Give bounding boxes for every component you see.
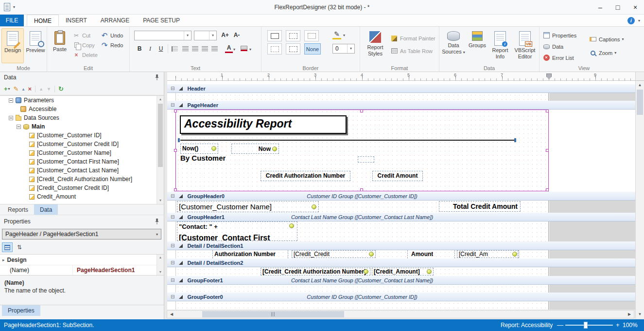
pin-icon[interactable] <box>154 218 160 225</box>
collapse-icon[interactable] <box>9 116 13 120</box>
grow-font-button[interactable]: A+ <box>220 31 230 39</box>
groupfooter1-section-content[interactable] <box>167 285 635 293</box>
chevron-down-icon[interactable]: ▾ <box>638 18 640 23</box>
vertical-scrollbar[interactable]: ▲ ▼ <box>635 81 644 318</box>
zoom-slider-thumb[interactable] <box>584 322 588 329</box>
vbscript-editor-button[interactable]: VB VBScript Editor <box>512 28 538 63</box>
section-select-icon[interactable] <box>179 87 183 91</box>
move-up-button[interactable]: ▲ <box>39 87 43 92</box>
move-down-button[interactable]: ▼ <box>47 87 51 92</box>
delete-button[interactable]: ×Delete <box>72 50 98 59</box>
italic-button[interactable]: I <box>145 44 155 53</box>
chevron-down-icon[interactable]: ▾ <box>249 47 251 52</box>
align-left-icon[interactable] <box>182 46 189 52</box>
section-select-icon[interactable] <box>179 194 183 198</box>
tab-insert[interactable]: INSERT <box>59 15 94 26</box>
underline-button[interactable]: U <box>156 44 166 53</box>
format-painter-button[interactable]: Format Painter <box>390 34 435 43</box>
maximize-button[interactable]: □ <box>609 0 627 15</box>
align-right-icon[interactable] <box>202 46 208 52</box>
minimize-button[interactable]: – <box>592 0 609 15</box>
tab-file[interactable]: FILE <box>0 15 24 26</box>
scroll-up-icon[interactable]: ▲ <box>157 96 164 103</box>
credit-amount-field[interactable]: [Credit_Amount] <box>372 268 434 276</box>
report-title-field[interactable]: Accessibility Report <box>180 115 347 134</box>
section-bar-groupheader1[interactable]: ⊟ GroupHeader1 Contact Last Name Group (… <box>167 213 635 221</box>
auth-number-column-label[interactable]: Authorization Number <box>214 251 276 257</box>
border-color-pen-icon[interactable]: ✎ <box>332 31 341 39</box>
scroll-down-icon[interactable]: ▼ <box>636 311 644 318</box>
align-center-icon[interactable] <box>192 46 198 52</box>
alphabetical-sort-button[interactable]: ⇅ <box>14 242 25 252</box>
delete-button[interactable]: × <box>28 85 32 92</box>
collapse-icon[interactable] <box>9 98 13 103</box>
collapse-icon[interactable]: ⊟ <box>171 103 174 108</box>
section-select-icon[interactable] <box>179 278 183 282</box>
section-select-icon[interactable] <box>179 215 183 219</box>
chevron-down-icon[interactable]: ▾ <box>13 5 15 9</box>
object-selector-combo[interactable]: PageHeader / PageHeaderSection1 ▾ <box>2 229 161 239</box>
border-frame-button[interactable] <box>286 30 300 41</box>
font-size-combo[interactable]: ▾ <box>194 31 217 40</box>
align-justify-icon[interactable] <box>211 46 218 52</box>
tree-item-field[interactable]: Credit_Amount <box>0 192 164 201</box>
section-select-icon[interactable] <box>179 244 183 248</box>
chevron-down-icon[interactable]: ▾ <box>343 33 345 37</box>
bold-button[interactable]: B <box>135 44 144 53</box>
property-row-name[interactable]: (Name) PageHeaderSection1 <box>0 265 164 275</box>
pageheader-section-content[interactable]: Accessibility Report Now() Now By Custom… <box>167 110 635 192</box>
border-width-combo[interactable]: 0 ▾ <box>332 44 355 54</box>
view-properties-button[interactable]: Properties <box>542 31 576 40</box>
chevron-down-icon[interactable]: ▾ <box>233 47 235 52</box>
credit-auth-field[interactable]: [Credit_Credit Authorization Number] <box>261 268 370 276</box>
as-table-row-button[interactable]: As Table Row <box>390 46 433 55</box>
collapse-icon[interactable]: ⊟ <box>171 215 174 220</box>
detail1-section-content[interactable]: Authorization Number [Credit_Credit Amou… <box>167 250 635 258</box>
tree-item-field[interactable]: [Customer_Customer Name] <box>0 148 164 157</box>
design-mode-button[interactable]: Design <box>1 28 24 63</box>
collapse-icon[interactable]: ⊟ <box>171 260 174 265</box>
section-bar-groupfooter0[interactable]: ⊟ GroupFooter0 Customer ID Group ([Custo… <box>167 293 635 301</box>
font-color-button[interactable]: A <box>225 44 233 53</box>
tab-data[interactable]: Data <box>34 204 58 215</box>
tab-page-setup[interactable]: PAGE SETUP <box>136 15 187 26</box>
shrink-font-button[interactable]: A- <box>232 31 242 39</box>
captions-button[interactable]: Captions ▾ <box>589 35 624 44</box>
empty-selected-field[interactable] <box>358 156 374 163</box>
border-solid-button[interactable] <box>267 30 282 41</box>
report-info-button[interactable]: i Report Info <box>489 28 511 63</box>
edit-button[interactable]: ✎ <box>14 85 19 92</box>
border-dashed-button[interactable] <box>267 43 282 55</box>
groupfooter0-section-content[interactable] <box>167 301 635 310</box>
section-bar-groupheader0[interactable]: ⊟ GroupHeader0 Customer ID Group ([Custo… <box>167 192 635 201</box>
text-direction-icon[interactable] <box>172 46 178 52</box>
section-bar-detail1[interactable]: ⊟ Detail / DetailSection1 <box>167 241 635 250</box>
credit-auth-number-label[interactable]: Credit Authorization Number <box>261 171 350 181</box>
report-styles-button[interactable]: Report Styles <box>363 28 388 63</box>
groupheader1-section-content[interactable]: "Contact: " + [Customer_Contact First <box>167 221 635 241</box>
section-select-icon[interactable] <box>179 103 183 107</box>
add-button[interactable]: +▾ <box>4 85 10 92</box>
credit-amount-label[interactable]: Credit Amount <box>372 171 423 181</box>
scroll-up-icon[interactable]: ▲ <box>636 81 644 89</box>
border-none-button[interactable]: None <box>304 43 321 55</box>
tree-item-field[interactable]: [Customer_Contact First Name] <box>0 157 164 166</box>
tree-item-field[interactable]: [Customer_Customer Credit ID] <box>0 140 164 148</box>
tree-item-accessible[interactable]: Accessible <box>0 105 164 113</box>
scroll-left-icon[interactable]: ◀ <box>168 311 175 318</box>
undo-button[interactable]: ↶Undo <box>101 31 123 40</box>
tree-item-main[interactable]: Main <box>0 122 164 131</box>
section-bar-pageheader[interactable]: ⊟ PageHeader <box>167 101 635 110</box>
error-list-button[interactable]: × Error List <box>542 53 574 62</box>
tab-properties[interactable]: Properties <box>2 305 40 316</box>
tree-item-parameters[interactable]: Parameters <box>0 96 164 105</box>
collapse-icon[interactable]: ⊟ <box>171 194 174 199</box>
font-family-combo[interactable]: ▾ <box>134 31 191 40</box>
groupheader0-section-content[interactable]: [Customer_Customer Name] Total Credit Am… <box>167 201 635 213</box>
horizontal-line-element[interactable] <box>180 140 514 141</box>
scrollbar-thumb[interactable] <box>202 311 344 317</box>
collapse-icon[interactable]: ⊟ <box>171 278 174 283</box>
by-customer-label[interactable]: By Customer <box>180 154 226 162</box>
rename-button[interactable]: ▴ <box>22 86 25 92</box>
amount-column-label[interactable]: Amount <box>411 251 433 257</box>
